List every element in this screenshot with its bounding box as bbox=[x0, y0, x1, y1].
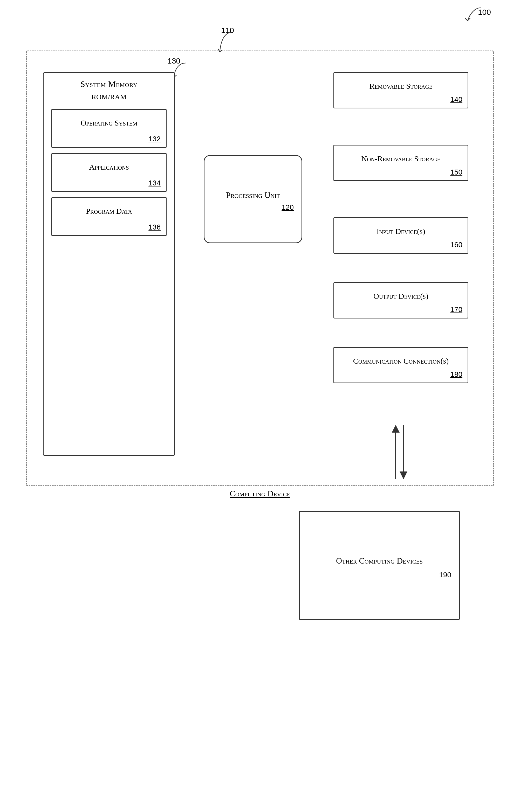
ref-100-label: 100 bbox=[478, 8, 491, 17]
communication-connections-box: Communication Connection(s) 180 bbox=[333, 347, 468, 383]
program-data-box: Program Data 136 bbox=[51, 197, 166, 236]
removable-storage-title: Removable Storage bbox=[334, 73, 468, 94]
ref-160: 160 bbox=[334, 239, 468, 253]
computing-device-box: Computing Device 130 System Memory ROM/R… bbox=[26, 51, 494, 486]
output-devices-title: Output Device(s) bbox=[334, 283, 468, 304]
ref-110-label: 110 bbox=[221, 26, 234, 35]
ref-140: 140 bbox=[334, 94, 468, 108]
rom-ram-label: ROM/RAM bbox=[44, 90, 174, 104]
svg-marker-9 bbox=[399, 471, 407, 479]
ref-134: 134 bbox=[52, 178, 166, 191]
ref-132: 132 bbox=[52, 134, 166, 147]
applications-title: Applications bbox=[52, 154, 166, 178]
program-data-title: Program Data bbox=[52, 198, 166, 222]
other-devices-title: Other Computing Devices bbox=[333, 552, 425, 570]
ref-130-label: 130 bbox=[167, 57, 180, 65]
computing-device-label: Computing Device bbox=[230, 489, 290, 498]
operating-system-box: Operating System 132 bbox=[51, 109, 166, 148]
svg-marker-7 bbox=[392, 425, 399, 433]
ref-120: 120 bbox=[282, 203, 302, 212]
system-memory-box: System Memory ROM/RAM Operating System 1… bbox=[43, 72, 175, 456]
ref-150: 150 bbox=[334, 167, 468, 180]
input-devices-box: Input Device(s) 160 bbox=[333, 217, 468, 254]
ref-190: 190 bbox=[439, 570, 459, 579]
processing-unit-title: Processing Unit bbox=[224, 187, 283, 204]
svg-line-0 bbox=[465, 18, 468, 21]
ref-136: 136 bbox=[52, 222, 166, 235]
input-devices-title: Input Device(s) bbox=[334, 218, 468, 239]
communication-connections-title: Communication Connection(s) bbox=[334, 348, 468, 369]
system-memory-title: System Memory bbox=[44, 73, 174, 90]
ref-170: 170 bbox=[334, 304, 468, 318]
output-devices-box: Output Device(s) 170 bbox=[333, 282, 468, 319]
non-removable-storage-box: Non-Removable Storage 150 bbox=[333, 145, 468, 181]
non-removable-storage-title: Non-Removable Storage bbox=[334, 145, 468, 167]
operating-system-title: Operating System bbox=[52, 110, 166, 134]
other-computing-devices-box: Other Computing Devices 190 bbox=[299, 511, 460, 620]
processing-unit-box: Processing Unit 120 bbox=[204, 155, 302, 243]
removable-storage-box: Removable Storage 140 bbox=[333, 72, 468, 108]
comm-arrow-svg bbox=[385, 422, 416, 487]
ref-180: 180 bbox=[334, 369, 468, 382]
applications-box: Applications 134 bbox=[51, 153, 166, 192]
